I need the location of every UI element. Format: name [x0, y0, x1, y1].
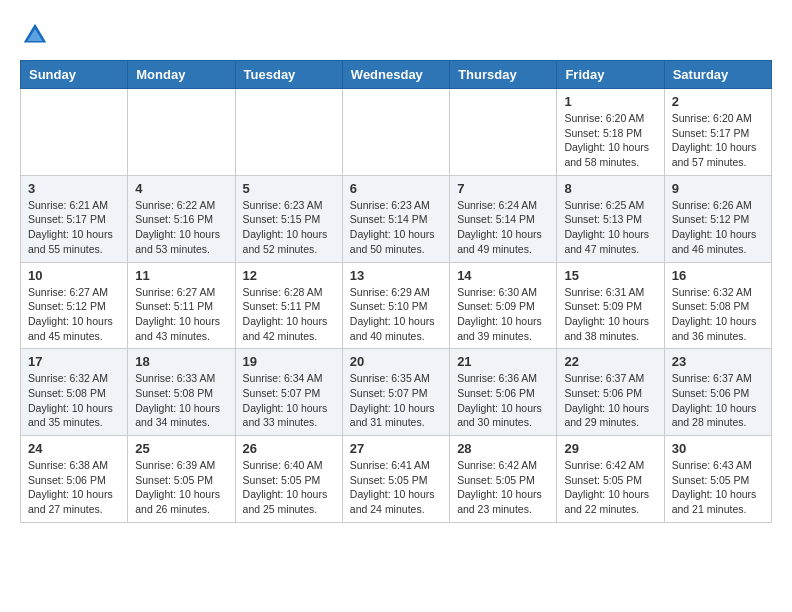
- day-info: Sunrise: 6:32 AM Sunset: 5:08 PM Dayligh…: [672, 285, 764, 344]
- day-info: Sunrise: 6:20 AM Sunset: 5:17 PM Dayligh…: [672, 111, 764, 170]
- day-info: Sunrise: 6:41 AM Sunset: 5:05 PM Dayligh…: [350, 458, 442, 517]
- day-number: 2: [672, 94, 764, 109]
- calendar-day-cell: 7Sunrise: 6:24 AM Sunset: 5:14 PM Daylig…: [450, 175, 557, 262]
- calendar-day-cell: 28Sunrise: 6:42 AM Sunset: 5:05 PM Dayli…: [450, 436, 557, 523]
- day-number: 9: [672, 181, 764, 196]
- calendar-day-cell: 24Sunrise: 6:38 AM Sunset: 5:06 PM Dayli…: [21, 436, 128, 523]
- day-number: 26: [243, 441, 335, 456]
- day-number: 24: [28, 441, 120, 456]
- day-number: 27: [350, 441, 442, 456]
- calendar-day-cell: 10Sunrise: 6:27 AM Sunset: 5:12 PM Dayli…: [21, 262, 128, 349]
- calendar-day-cell: 4Sunrise: 6:22 AM Sunset: 5:16 PM Daylig…: [128, 175, 235, 262]
- day-number: 11: [135, 268, 227, 283]
- day-number: 17: [28, 354, 120, 369]
- calendar-empty-cell: [450, 89, 557, 176]
- weekday-header-monday: Monday: [128, 61, 235, 89]
- day-info: Sunrise: 6:36 AM Sunset: 5:06 PM Dayligh…: [457, 371, 549, 430]
- day-info: Sunrise: 6:23 AM Sunset: 5:15 PM Dayligh…: [243, 198, 335, 257]
- calendar-day-cell: 23Sunrise: 6:37 AM Sunset: 5:06 PM Dayli…: [664, 349, 771, 436]
- calendar-day-cell: 17Sunrise: 6:32 AM Sunset: 5:08 PM Dayli…: [21, 349, 128, 436]
- day-number: 30: [672, 441, 764, 456]
- day-number: 13: [350, 268, 442, 283]
- calendar-day-cell: 8Sunrise: 6:25 AM Sunset: 5:13 PM Daylig…: [557, 175, 664, 262]
- day-info: Sunrise: 6:28 AM Sunset: 5:11 PM Dayligh…: [243, 285, 335, 344]
- day-info: Sunrise: 6:29 AM Sunset: 5:10 PM Dayligh…: [350, 285, 442, 344]
- day-info: Sunrise: 6:40 AM Sunset: 5:05 PM Dayligh…: [243, 458, 335, 517]
- calendar-day-cell: 14Sunrise: 6:30 AM Sunset: 5:09 PM Dayli…: [450, 262, 557, 349]
- day-number: 20: [350, 354, 442, 369]
- day-info: Sunrise: 6:25 AM Sunset: 5:13 PM Dayligh…: [564, 198, 656, 257]
- day-info: Sunrise: 6:35 AM Sunset: 5:07 PM Dayligh…: [350, 371, 442, 430]
- calendar-empty-cell: [21, 89, 128, 176]
- day-number: 19: [243, 354, 335, 369]
- header: [20, 20, 772, 50]
- calendar-empty-cell: [342, 89, 449, 176]
- day-info: Sunrise: 6:30 AM Sunset: 5:09 PM Dayligh…: [457, 285, 549, 344]
- day-number: 15: [564, 268, 656, 283]
- day-number: 3: [28, 181, 120, 196]
- day-number: 22: [564, 354, 656, 369]
- weekday-header-tuesday: Tuesday: [235, 61, 342, 89]
- calendar-day-cell: 18Sunrise: 6:33 AM Sunset: 5:08 PM Dayli…: [128, 349, 235, 436]
- day-number: 1: [564, 94, 656, 109]
- calendar-day-cell: 2Sunrise: 6:20 AM Sunset: 5:17 PM Daylig…: [664, 89, 771, 176]
- day-number: 21: [457, 354, 549, 369]
- calendar-day-cell: 27Sunrise: 6:41 AM Sunset: 5:05 PM Dayli…: [342, 436, 449, 523]
- day-info: Sunrise: 6:42 AM Sunset: 5:05 PM Dayligh…: [457, 458, 549, 517]
- day-info: Sunrise: 6:31 AM Sunset: 5:09 PM Dayligh…: [564, 285, 656, 344]
- day-number: 7: [457, 181, 549, 196]
- day-info: Sunrise: 6:32 AM Sunset: 5:08 PM Dayligh…: [28, 371, 120, 430]
- calendar-day-cell: 29Sunrise: 6:42 AM Sunset: 5:05 PM Dayli…: [557, 436, 664, 523]
- calendar-day-cell: 3Sunrise: 6:21 AM Sunset: 5:17 PM Daylig…: [21, 175, 128, 262]
- weekday-header-sunday: Sunday: [21, 61, 128, 89]
- calendar-day-cell: 20Sunrise: 6:35 AM Sunset: 5:07 PM Dayli…: [342, 349, 449, 436]
- calendar-week-row: 1Sunrise: 6:20 AM Sunset: 5:18 PM Daylig…: [21, 89, 772, 176]
- day-info: Sunrise: 6:43 AM Sunset: 5:05 PM Dayligh…: [672, 458, 764, 517]
- day-number: 16: [672, 268, 764, 283]
- day-number: 25: [135, 441, 227, 456]
- day-info: Sunrise: 6:37 AM Sunset: 5:06 PM Dayligh…: [564, 371, 656, 430]
- day-info: Sunrise: 6:27 AM Sunset: 5:11 PM Dayligh…: [135, 285, 227, 344]
- calendar-day-cell: 13Sunrise: 6:29 AM Sunset: 5:10 PM Dayli…: [342, 262, 449, 349]
- calendar-empty-cell: [128, 89, 235, 176]
- calendar-week-row: 17Sunrise: 6:32 AM Sunset: 5:08 PM Dayli…: [21, 349, 772, 436]
- weekday-header-saturday: Saturday: [664, 61, 771, 89]
- day-info: Sunrise: 6:24 AM Sunset: 5:14 PM Dayligh…: [457, 198, 549, 257]
- day-info: Sunrise: 6:27 AM Sunset: 5:12 PM Dayligh…: [28, 285, 120, 344]
- calendar-day-cell: 26Sunrise: 6:40 AM Sunset: 5:05 PM Dayli…: [235, 436, 342, 523]
- calendar-day-cell: 16Sunrise: 6:32 AM Sunset: 5:08 PM Dayli…: [664, 262, 771, 349]
- day-number: 6: [350, 181, 442, 196]
- day-number: 18: [135, 354, 227, 369]
- logo: [20, 20, 54, 50]
- calendar-table: SundayMondayTuesdayWednesdayThursdayFrid…: [20, 60, 772, 523]
- day-number: 12: [243, 268, 335, 283]
- calendar-header-row: SundayMondayTuesdayWednesdayThursdayFrid…: [21, 61, 772, 89]
- day-info: Sunrise: 6:21 AM Sunset: 5:17 PM Dayligh…: [28, 198, 120, 257]
- calendar-day-cell: 6Sunrise: 6:23 AM Sunset: 5:14 PM Daylig…: [342, 175, 449, 262]
- day-info: Sunrise: 6:34 AM Sunset: 5:07 PM Dayligh…: [243, 371, 335, 430]
- day-info: Sunrise: 6:20 AM Sunset: 5:18 PM Dayligh…: [564, 111, 656, 170]
- day-info: Sunrise: 6:22 AM Sunset: 5:16 PM Dayligh…: [135, 198, 227, 257]
- day-number: 4: [135, 181, 227, 196]
- day-info: Sunrise: 6:42 AM Sunset: 5:05 PM Dayligh…: [564, 458, 656, 517]
- day-number: 5: [243, 181, 335, 196]
- weekday-header-thursday: Thursday: [450, 61, 557, 89]
- calendar-day-cell: 11Sunrise: 6:27 AM Sunset: 5:11 PM Dayli…: [128, 262, 235, 349]
- calendar-week-row: 10Sunrise: 6:27 AM Sunset: 5:12 PM Dayli…: [21, 262, 772, 349]
- calendar-day-cell: 9Sunrise: 6:26 AM Sunset: 5:12 PM Daylig…: [664, 175, 771, 262]
- logo-icon: [20, 20, 50, 50]
- calendar-day-cell: 30Sunrise: 6:43 AM Sunset: 5:05 PM Dayli…: [664, 436, 771, 523]
- day-info: Sunrise: 6:33 AM Sunset: 5:08 PM Dayligh…: [135, 371, 227, 430]
- calendar-day-cell: 19Sunrise: 6:34 AM Sunset: 5:07 PM Dayli…: [235, 349, 342, 436]
- day-number: 8: [564, 181, 656, 196]
- day-number: 29: [564, 441, 656, 456]
- day-info: Sunrise: 6:37 AM Sunset: 5:06 PM Dayligh…: [672, 371, 764, 430]
- calendar-day-cell: 15Sunrise: 6:31 AM Sunset: 5:09 PM Dayli…: [557, 262, 664, 349]
- day-info: Sunrise: 6:38 AM Sunset: 5:06 PM Dayligh…: [28, 458, 120, 517]
- day-number: 10: [28, 268, 120, 283]
- calendar-day-cell: 12Sunrise: 6:28 AM Sunset: 5:11 PM Dayli…: [235, 262, 342, 349]
- calendar-day-cell: 25Sunrise: 6:39 AM Sunset: 5:05 PM Dayli…: [128, 436, 235, 523]
- day-number: 14: [457, 268, 549, 283]
- calendar-empty-cell: [235, 89, 342, 176]
- calendar-day-cell: 1Sunrise: 6:20 AM Sunset: 5:18 PM Daylig…: [557, 89, 664, 176]
